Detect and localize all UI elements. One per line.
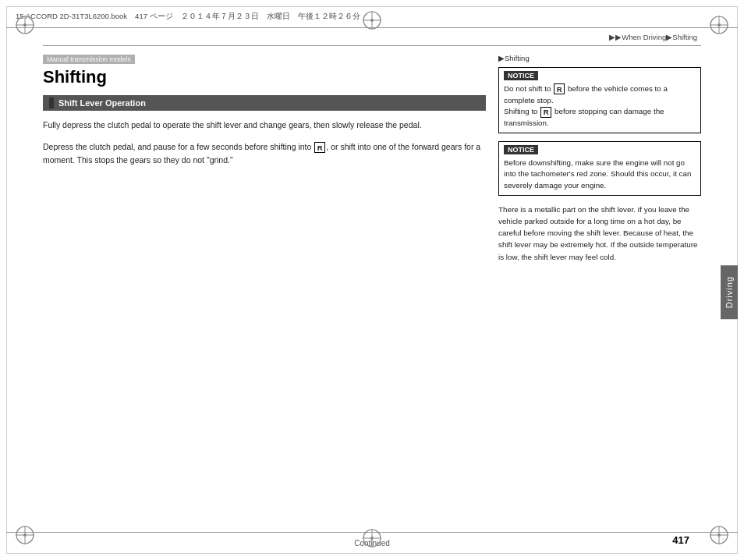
center-bottom-mark <box>361 527 383 551</box>
notice-text-1: Do not shift to R before the vehicle com… <box>504 83 696 129</box>
svg-point-19 <box>370 19 374 22</box>
corner-mark-tr <box>708 14 730 36</box>
gear-r-box-1: R <box>314 142 325 153</box>
left-column: Manual transmission models Shifting Shif… <box>43 51 486 517</box>
corner-mark-tl <box>14 14 36 36</box>
breadcrumb: ▶▶When Driving▶Shifting <box>609 33 697 41</box>
notice-text-2: Before downshifting, make sure the engin… <box>504 158 696 192</box>
notice-label-1: NOTICE <box>504 71 538 80</box>
notice-box-1: NOTICE Do not shift to R before the vehi… <box>498 67 701 133</box>
center-top-mark <box>361 9 383 33</box>
right-column: ▶Shifting NOTICE Do not shift to R befor… <box>498 51 701 517</box>
section-header: Shift Lever Operation <box>43 95 486 111</box>
right-section-label: ▶Shifting <box>498 54 701 62</box>
main-content: Manual transmission models Shifting Shif… <box>43 51 701 517</box>
top-bar-text: 15 ACCORD 2D-31T3L6200.book 417 ページ ２０１４… <box>16 12 360 22</box>
section-header-label: Shift Lever Operation <box>58 98 146 108</box>
svg-point-3 <box>23 23 27 27</box>
page-title: Shifting <box>43 67 486 87</box>
right-section-label-text: ▶Shifting <box>498 54 530 62</box>
manual-badge: Manual transmission models <box>43 55 135 64</box>
svg-point-7 <box>717 23 721 27</box>
body-text-2: Depress the clutch pedal, and pause for … <box>43 140 486 166</box>
gear-r-box-notice1: R <box>554 83 565 94</box>
svg-point-23 <box>370 537 374 540</box>
driving-tab: Driving <box>721 265 738 319</box>
right-body-text: There is a metallic part on the shift le… <box>498 204 701 263</box>
divider-top <box>43 45 701 46</box>
section-header-bar <box>49 97 54 108</box>
body-text-1: Fully depress the clutch pedal to operat… <box>43 119 486 131</box>
gear-r-box-notice1b: R <box>540 107 551 118</box>
notice-box-2: NOTICE Before downshifting, make sure th… <box>498 141 701 196</box>
notice-label-2: NOTICE <box>504 145 538 154</box>
page-number: 417 <box>672 534 689 546</box>
